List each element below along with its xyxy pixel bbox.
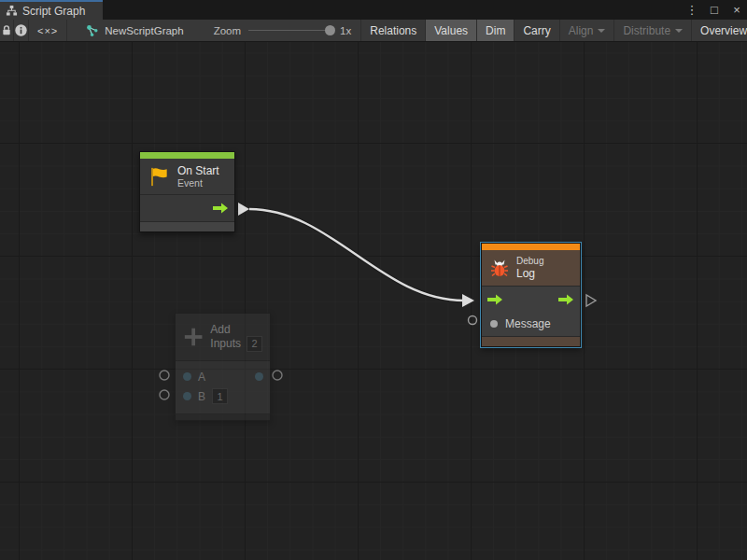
add-output-port[interactable]	[273, 371, 282, 380]
node-on-start[interactable]: On Start Event	[139, 151, 235, 232]
graph-asset-button[interactable]: NewScriptGraph	[80, 20, 189, 41]
node-title: Log	[516, 267, 543, 280]
info-icon	[14, 23, 28, 37]
node-accent-bar	[140, 152, 234, 159]
dropdown-caret-icon	[598, 29, 605, 33]
node-subtitle: Event	[177, 177, 219, 189]
node-title: Add	[210, 323, 262, 336]
bug-icon	[489, 258, 510, 278]
tab-bar: Script Graph ⋮ □ ×	[0, 0, 747, 20]
dim-button[interactable]: Dim	[477, 20, 514, 41]
inputs-count-field[interactable]: 2	[247, 336, 262, 352]
relations-button[interactable]: Relations	[361, 20, 426, 41]
message-port-label: Message	[505, 317, 551, 330]
exit-flow-arrow-icon[interactable]	[213, 203, 229, 215]
zoom-slider[interactable]	[248, 30, 332, 31]
carry-button[interactable]: Carry	[514, 20, 559, 41]
lock-icon	[0, 23, 13, 37]
add-input-a-port[interactable]	[160, 371, 169, 380]
align-button[interactable]: Align	[560, 20, 615, 41]
input-b-field[interactable]: 1	[212, 388, 228, 404]
input-b-dot[interactable]	[183, 392, 191, 400]
tab-script-graph[interactable]: Script Graph	[0, 0, 103, 20]
zoom-label: Zoom	[214, 25, 241, 36]
tab-title: Script Graph	[22, 5, 85, 18]
graph-canvas[interactable]: On Start Event	[0, 42, 747, 560]
node-subtitle: Inputs	[210, 337, 241, 350]
graph-asset-icon	[86, 24, 99, 37]
connections-overlay	[0, 42, 747, 560]
toolbar-toggle-group: Relations Values Dim Carry Align Distrib…	[360, 20, 747, 41]
graph-name: NewScriptGraph	[105, 25, 183, 36]
log-message-port[interactable]	[469, 316, 477, 325]
code-icon: <×>	[37, 25, 58, 36]
zoom-control: Zoom 1x	[214, 20, 352, 41]
graph-icon	[6, 5, 18, 17]
node-accent-bar	[482, 244, 580, 250]
wire-shadow	[249, 209, 464, 301]
code-button[interactable]: <×>	[29, 20, 67, 41]
node-footer	[176, 413, 270, 420]
output-dot[interactable]	[255, 372, 263, 381]
window-controls: ⋮ □ ×	[685, 0, 743, 20]
node-footer	[482, 336, 580, 346]
maximize-icon[interactable]: □	[708, 0, 721, 20]
input-a-dot[interactable]	[183, 372, 191, 381]
plus-icon	[183, 326, 204, 348]
script-graph-window: Script Graph ⋮ □ × <×>	[0, 0, 747, 560]
flow-wire[interactable]	[249, 209, 464, 301]
node-footer	[140, 221, 234, 231]
enter-flow-arrow-icon[interactable]	[487, 293, 503, 305]
overview-button[interactable]: Overview	[692, 20, 747, 41]
lock-button[interactable]	[0, 20, 14, 41]
zoom-slider-handle[interactable]	[325, 25, 335, 35]
zoom-value: 1x	[340, 25, 351, 36]
node-kind: Debug	[516, 256, 543, 267]
log-enter-port[interactable]	[462, 294, 474, 307]
node-debug-log[interactable]: Debug Log Message	[481, 243, 581, 347]
node-add[interactable]: Add Inputs 2 A B 1	[175, 313, 271, 421]
info-button[interactable]	[14, 20, 29, 41]
close-icon[interactable]: ×	[730, 0, 743, 20]
distribute-button[interactable]: Distribute	[614, 20, 692, 41]
on-start-exit-port[interactable]	[238, 203, 249, 216]
dropdown-caret-icon	[675, 29, 683, 33]
menu-icon[interactable]: ⋮	[685, 0, 698, 20]
input-a-label: A	[198, 371, 205, 384]
values-button[interactable]: Values	[426, 20, 477, 41]
add-input-b-port[interactable]	[160, 390, 169, 399]
log-exit-port[interactable]	[586, 295, 596, 306]
exit-flow-arrow-icon[interactable]	[558, 293, 574, 305]
message-port-dot[interactable]	[490, 320, 498, 328]
node-title: On Start	[177, 164, 219, 177]
flag-icon	[148, 165, 171, 189]
graph-toolbar: <×> NewScriptGraph Zoom 1x Relations Val…	[0, 20, 747, 42]
input-b-label: B	[198, 390, 205, 403]
